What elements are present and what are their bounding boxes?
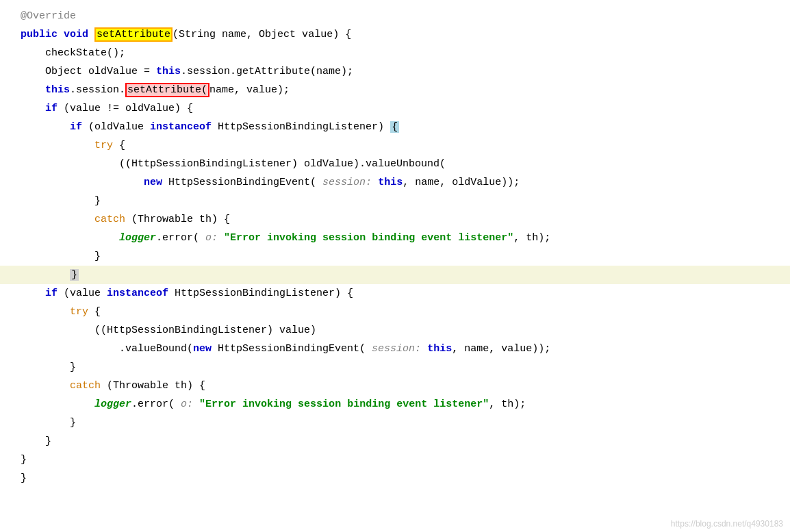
code-line-12: catch (Throwable th) { bbox=[0, 210, 790, 229]
code-line-22: logger.error( o: "Error invoking session… bbox=[0, 395, 790, 414]
code-line-6: if (value != oldValue) { bbox=[0, 99, 790, 118]
code-line-26: } bbox=[0, 469, 790, 487]
code-line-15: } bbox=[0, 266, 790, 284]
kw-this4: this bbox=[427, 343, 452, 355]
code-line-5: this.session.setAttribute(name, value); bbox=[0, 81, 790, 99]
code-line-9: ((HttpSessionBindingListener) oldValue).… bbox=[0, 155, 790, 173]
code-line-13: logger.error( o: "Error invoking session… bbox=[0, 229, 790, 247]
code-line-11: } bbox=[0, 192, 790, 210]
logger-call2: logger bbox=[94, 398, 131, 410]
line-content: ((HttpSessionBindingListener) value) bbox=[21, 325, 316, 336]
line-content: if (value != oldValue) { bbox=[21, 103, 193, 114]
line-content: catch (Throwable th) { bbox=[21, 214, 230, 225]
code-line-4: Object oldValue = this.session.getAttrib… bbox=[0, 62, 790, 81]
code-line-18: ((HttpSessionBindingListener) value) bbox=[0, 321, 790, 340]
line-content: catch (Throwable th) { bbox=[21, 380, 205, 392]
annotation-override: @Override bbox=[21, 10, 76, 22]
kw-void: void bbox=[64, 29, 88, 40]
kw-if3: if bbox=[45, 288, 58, 299]
line-content: try { bbox=[21, 140, 125, 151]
kw-try: try bbox=[94, 140, 113, 151]
kw-new: new bbox=[144, 177, 162, 188]
code-line-3: checkState(); bbox=[0, 44, 790, 62]
brace-blue: { bbox=[390, 121, 399, 133]
line-content: } bbox=[21, 362, 76, 373]
line-content: } bbox=[21, 269, 79, 281]
kw-if2: if bbox=[70, 121, 82, 133]
line-content: public void setAttribute(String name, Ob… bbox=[21, 29, 351, 40]
param-hint-o2: o: bbox=[175, 398, 193, 410]
line-content: } bbox=[21, 435, 51, 447]
code-line-19: .valueBound(new HttpSessionBindingEvent(… bbox=[0, 340, 790, 358]
code-editor: @Override public void setAttribute(Strin… bbox=[0, 0, 790, 532]
param-hint-session2: session: bbox=[366, 343, 421, 355]
code-line-7: if (oldValue instanceof HttpSessionBindi… bbox=[0, 118, 790, 136]
code-line-20: } bbox=[0, 358, 790, 377]
line-content: if (value instanceof HttpSessionBindingL… bbox=[21, 288, 353, 299]
param-hint-session: session: bbox=[316, 177, 372, 188]
line-content: try { bbox=[21, 306, 101, 318]
code-line-10: new HttpSessionBindingEvent( session: th… bbox=[0, 173, 790, 192]
code-line-16: if (value instanceof HttpSessionBindingL… bbox=[0, 284, 790, 303]
watermark: https://blog.csdn.net/q4930183 bbox=[671, 519, 783, 529]
code-line-21: catch (Throwable th) { bbox=[0, 377, 790, 395]
logger-call: logger bbox=[119, 232, 156, 244]
kw-try2: try bbox=[70, 306, 88, 318]
line-content: .valueBound(new HttpSessionBindingEvent(… bbox=[21, 343, 550, 355]
string-error2: "Error invoking session binding event li… bbox=[199, 398, 489, 410]
code-line-24: } bbox=[0, 432, 790, 451]
param-hint-o: o: bbox=[199, 232, 218, 244]
string-error: "Error invoking session binding event li… bbox=[224, 232, 513, 244]
line-content: logger.error( o: "Error invoking session… bbox=[21, 398, 526, 410]
method-name-highlighted: setAttribute bbox=[94, 27, 173, 42]
kw-public: public bbox=[21, 29, 58, 40]
code-line-23: } bbox=[0, 414, 790, 432]
line-content: } bbox=[21, 251, 101, 262]
line-content: logger.error( o: "Error invoking session… bbox=[21, 232, 550, 244]
closing-brace-highlighted: } bbox=[70, 269, 79, 281]
line-content: } bbox=[21, 454, 27, 466]
kw-if: if bbox=[45, 103, 58, 114]
code-line-17: try { bbox=[0, 303, 790, 321]
kw-instanceof2: instanceof bbox=[107, 288, 168, 299]
line-content: } bbox=[21, 472, 27, 484]
line-content: } bbox=[21, 417, 76, 429]
line-content: } bbox=[21, 195, 101, 207]
code-line-2: public void setAttribute(String name, Ob… bbox=[0, 25, 790, 44]
method-name-red: setAttribute( bbox=[125, 83, 209, 97]
code-line-8: try { bbox=[0, 136, 790, 155]
code-line-1: @Override bbox=[0, 7, 790, 25]
line-content: if (oldValue instanceof HttpSessionBindi… bbox=[21, 121, 399, 133]
line-content: checkState(); bbox=[21, 47, 125, 59]
line-content: new HttpSessionBindingEvent( session: th… bbox=[21, 177, 520, 188]
kw-new2: new bbox=[193, 343, 212, 355]
line-content: @Override bbox=[21, 10, 76, 22]
code-line-14: } bbox=[0, 247, 790, 266]
line-content: ((HttpSessionBindingListener) oldValue).… bbox=[21, 158, 446, 170]
kw-this: this bbox=[156, 66, 181, 77]
kw-catch2: catch bbox=[70, 380, 101, 392]
kw-this3: this bbox=[378, 177, 403, 188]
kw-catch: catch bbox=[94, 214, 125, 225]
kw-instanceof: instanceof bbox=[150, 121, 212, 133]
kw-this2: this bbox=[45, 84, 70, 96]
code-line-25: } bbox=[0, 451, 790, 469]
line-content: Object oldValue = this.session.getAttrib… bbox=[21, 66, 353, 77]
line-content: this.session.setAttribute(name, value); bbox=[21, 84, 290, 96]
